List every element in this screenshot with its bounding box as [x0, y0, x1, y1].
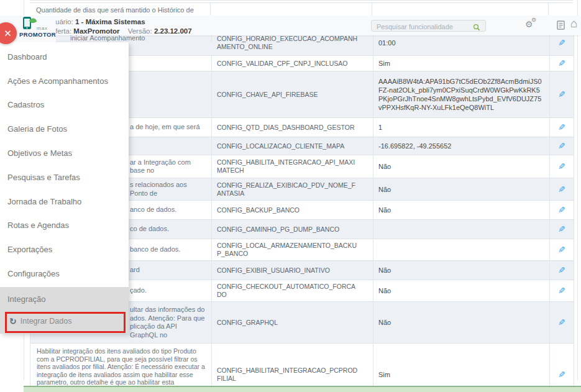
edit-icon[interactable]: ✎ [558, 162, 565, 171]
edit-icon[interactable]: ✎ [558, 370, 565, 380]
config-name-cell [211, 3, 372, 16]
edit-cell [549, 3, 572, 16]
sidebar-item[interactable]: Cadastros [0, 93, 129, 117]
edit-cell: ✎ [550, 201, 574, 219]
edit-icon[interactable]: ✎ [558, 224, 565, 234]
edit-cell: ✎ [550, 302, 574, 343]
config-value-cell: Sim [373, 56, 550, 71]
sidebar-item[interactable]: Pesquisas e Tarefas [0, 165, 129, 189]
offer-version-line: Oferta: MaxPromotor Versão: 2.23.12.007 [50, 27, 192, 35]
sidebar-item-label: Exportações [7, 245, 52, 254]
sidebar-item-label: Dashboard [7, 52, 47, 62]
edit-cell: ✎ [550, 261, 574, 280]
config-name-cell: CONFIG_LOCAL_ARMAZENAMENTO_BACKUP_BANCO [212, 239, 373, 260]
sidebar-item-integracao[interactable]: Integração [0, 287, 129, 311]
edit-icon[interactable]: ✎ [558, 141, 565, 151]
config-value-cell: Não [373, 155, 550, 178]
app-screen: Quantidade de dias que será mantido o Hi… [0, 0, 581, 392]
config-name-cell: CONFIG_REALIZA_EXIBICAO_PDV_NOME_FANTASI… [212, 178, 373, 200]
table-partial-top-row: Quantidade de dias que será mantido o Hi… [30, 0, 573, 16]
edit-cell: ✎ [550, 155, 574, 178]
top-header: Usuário: 1 - Máxima Sistemas Oferta: Max… [0, 16, 581, 35]
sidebar-item[interactable]: Objetivos e Metas [0, 141, 129, 165]
edit-icon[interactable]: ✎ [558, 38, 565, 48]
sidebar-item[interactable]: Configurações [0, 262, 129, 286]
config-value-cell [373, 220, 550, 239]
config-name-cell: CONFIG_CAMINHO_PG_DUMP_BANCO [212, 220, 373, 239]
sidebar-item-label: Integrar Dados [21, 317, 72, 326]
sidebar-menu: Dashboard Ações e Acompanhamentos Cadast… [0, 42, 129, 334]
edit-cell: ✎ [550, 239, 574, 260]
sidebar-integration-block: Integração ↻ Integrar Dados [0, 287, 129, 334]
sidebar-item-integrar-dados[interactable]: ↻ Integrar Dados [0, 311, 129, 331]
sync-icon: ↻ [9, 317, 17, 326]
logo-promotor-text: PROMOTOR [19, 31, 56, 38]
edit-icon[interactable]: ✎ [558, 58, 565, 68]
config-value-cell [372, 3, 549, 16]
sidebar-item[interactable]: Rotas e Agendas [0, 214, 129, 238]
sidebar-item-label: Integração [7, 294, 45, 304]
version-value: 2.23.12.007 [154, 27, 192, 35]
sidebar-items-list: Dashboard Ações e Acompanhamentos Cadast… [0, 42, 129, 286]
user-info-line: Usuário: 1 - Máxima Sistemas [47, 18, 145, 25]
home-icon[interactable]: ⌂ [570, 17, 577, 30]
config-value-cell: AAAAiB8W4tA:APA91bG7tC5dEOb2Zf8AcmBdmiJS… [373, 71, 550, 117]
config-name-cell: CONFIG_BACKUP_BANCO [212, 201, 373, 219]
config-name-cell: CONFIG_CHECKOUT_AUTOMATICO_FORCADO [212, 280, 373, 301]
config-name-cell: CONFIG_VALIDAR_CPF_CNPJ_INCLUSAO [212, 56, 373, 71]
edit-icon[interactable]: ✎ [558, 185, 565, 194]
edit-cell: ✎ [550, 178, 574, 200]
edit-cell: ✎ [550, 56, 574, 71]
table-row: Habilitar integração dos itens avaliados… [30, 344, 574, 392]
edit-icon[interactable]: ✎ [558, 205, 565, 215]
edit-icon[interactable]: ✎ [558, 245, 565, 255]
edit-cell: ✎ [550, 220, 574, 239]
edit-icon[interactable]: ✎ [558, 286, 565, 296]
sidebar-item-label: Jornada de Trabalho [7, 197, 81, 206]
report-document-icon[interactable] [557, 21, 565, 32]
user-value: 1 - Máxima Sistemas [75, 18, 145, 25]
settings-cogs-icon[interactable]: ⚙⚙ [525, 19, 533, 29]
sidebar-item-label: Ações e Acompanhamentos [7, 76, 108, 86]
sidebar-item-label: Galeria de Fotos [7, 124, 67, 134]
config-name-cell: CONFIG_CHAVE_API_FIREBASE [212, 71, 373, 117]
offer-value: MaxPromotor [73, 27, 119, 35]
sidebar-item[interactable]: Ações e Acompanhamentos [0, 69, 129, 93]
config-value-cell: Não [373, 261, 550, 280]
config-name-cell: CONFIG_LOCALIZACAO_CLIENTE_MAPA [212, 137, 373, 155]
edit-icon[interactable]: ✎ [558, 265, 565, 275]
logo-max-text: max [37, 25, 48, 31]
config-value-cell: Não [373, 201, 550, 219]
config-name-cell: CONFIG_EXIBIR_USUARIO_INATIVO [212, 261, 373, 280]
sidebar-item[interactable]: Dashboard [0, 45, 129, 69]
search-box[interactable] [371, 20, 486, 32]
footer-green-bar [24, 386, 581, 392]
sidebar-item[interactable]: Galeria de Fotos [0, 117, 129, 141]
sidebar-item-label: Configurações [7, 269, 60, 278]
edit-cell: ✎ [550, 137, 574, 155]
config-value-cell: Não [373, 280, 550, 301]
config-value-cell: -16.695822, -49.255652 [373, 137, 550, 155]
sidebar-item-label: Cadastros [7, 100, 44, 109]
search-input[interactable] [375, 21, 471, 32]
config-value-cell: Sim [373, 344, 550, 392]
search-icon[interactable] [473, 22, 480, 34]
edit-icon[interactable]: ✎ [558, 89, 565, 99]
config-value-cell: 1 [373, 118, 550, 137]
close-icon: ✕ [4, 28, 12, 39]
config-name-cell: CONFIG_HABILITA_INTEGRACAO_API_MAXIMATEC… [212, 155, 373, 178]
sidebar-item[interactable]: Jornada de Trabalho [0, 189, 129, 214]
sidebar-item-label: Rotas e Agendas [7, 221, 69, 230]
config-name-cell: CONFIG_GRAPHQL [212, 302, 373, 343]
config-value-cell: Não [373, 302, 550, 343]
config-description-cell: Quantidade de dias que será mantido o Hi… [30, 3, 211, 16]
config-description-cell: Habilitar integração dos itens avaliados… [30, 344, 212, 392]
edit-cell: ✎ [550, 71, 574, 117]
sidebar-item-label: Pesquisas e Tarefas [7, 173, 80, 182]
edit-icon[interactable]: ✎ [558, 122, 565, 132]
sidebar-item[interactable]: Exportações [0, 237, 129, 262]
edit-icon[interactable]: ✎ [558, 317, 565, 327]
config-value-cell: Não [373, 178, 550, 200]
config-name-cell: CONFIG_HABILITAR_INTEGRACAO_PCPRODFILIAL [212, 344, 373, 392]
version-label: Versão: [128, 27, 152, 35]
